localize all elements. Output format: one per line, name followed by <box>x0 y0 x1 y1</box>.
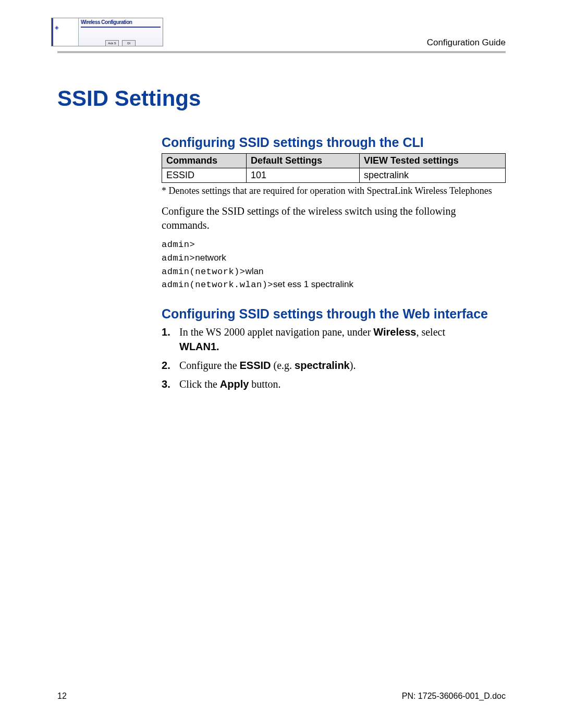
cell-default: 101 <box>247 168 360 183</box>
header-doc-title: Configuration Guide <box>427 38 506 48</box>
table-header-row: Commands Default Settings VIEW Tested se… <box>162 154 506 168</box>
list-item: Configure the ESSID (e.g. spectralink). <box>162 358 506 373</box>
inset-title: Wireless Configuration <box>81 19 132 25</box>
doc-pn: PN: 1725-36066-001_D.doc <box>402 692 506 701</box>
settings-table: Commands Default Settings VIEW Tested se… <box>162 153 506 183</box>
header-divider <box>57 51 506 53</box>
cell-command: ESSID <box>162 168 247 183</box>
section-heading-web: Configuring SSID settings through the We… <box>162 306 506 322</box>
inset-screenshot: ◈ Wireless Configuration Ack S Dl <box>51 18 163 46</box>
cli-line: admin(network.wlan)>set ess 1 spectralin… <box>162 278 506 292</box>
list-item: In the WS 2000 applet navigation pane, u… <box>162 325 506 354</box>
list-item: Click the Apply button. <box>162 377 506 391</box>
col-view: VIEW Tested settings <box>360 154 506 168</box>
inset-sidebar: ◈ <box>52 18 79 46</box>
steps-list: In the WS 2000 applet navigation pane, u… <box>162 325 506 391</box>
col-commands: Commands <box>162 154 247 168</box>
section-heading-cli: Configuring SSID settings through the CL… <box>162 135 506 150</box>
cli-line: admin>network <box>162 252 506 265</box>
page-title: SSID Settings <box>57 86 506 111</box>
tree-icon: ◈ <box>55 24 59 30</box>
inset-button-1: Ack S <box>105 40 119 46</box>
cell-view: spectralink <box>360 168 506 183</box>
cli-line: admin(network)>wlan <box>162 265 506 279</box>
cli-commands: admin> admin>network admin(network)>wlan… <box>162 239 506 292</box>
inset-button-2: Dl <box>122 40 136 46</box>
table-row: ESSID 101 spectralink <box>162 168 506 183</box>
body-paragraph: Configure the SSID settings of the wirel… <box>162 204 506 232</box>
table-footnote: * Denotes settings that are required for… <box>162 185 506 197</box>
page-number: 12 <box>57 692 67 701</box>
cli-line: admin> <box>162 239 506 252</box>
page-footer: 12 PN: 1725-36066-001_D.doc <box>57 692 506 701</box>
col-default: Default Settings <box>247 154 360 168</box>
